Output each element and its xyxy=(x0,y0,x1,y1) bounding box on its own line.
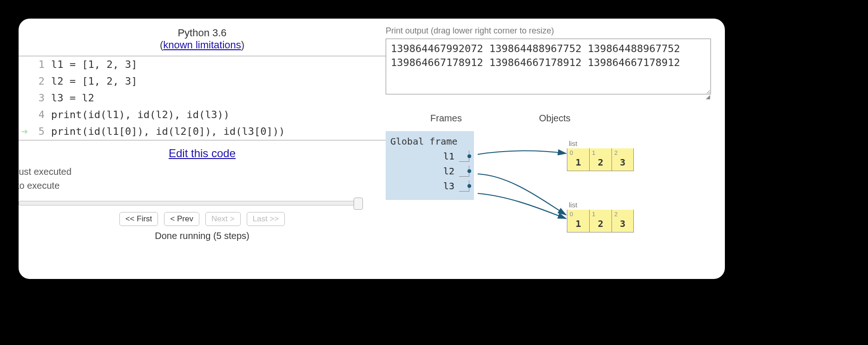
pointer-dot-icon xyxy=(467,184,471,188)
known-limitations-link[interactable]: known limitations xyxy=(163,39,241,51)
prev-button[interactable]: < Prev xyxy=(164,212,199,226)
step-slider[interactable] xyxy=(19,201,386,206)
slider-handle[interactable] xyxy=(354,198,363,210)
code-text: l3 = l2 xyxy=(51,90,94,106)
nav-buttons: << First < Prev Next > Last >> xyxy=(19,212,386,226)
first-button[interactable]: << First xyxy=(119,212,158,226)
status-text: Done running (5 steps) xyxy=(19,231,386,241)
variable-pointer-cell xyxy=(459,166,469,177)
objects-header: Objects xyxy=(506,113,711,124)
cell-value: 1 xyxy=(567,217,589,232)
legend-next-to-execute: to execute xyxy=(19,179,386,192)
cell-index: 0 xyxy=(567,210,589,217)
heap-list-object: list011223 xyxy=(567,201,634,232)
code-text: print(id(l1[0]), id(l2[0]), id(l3[0])) xyxy=(51,123,285,140)
line-number: 3 xyxy=(19,90,51,106)
frame-variable: l3 xyxy=(386,179,474,193)
list-cell: 01 xyxy=(567,148,589,171)
line-number: 2 xyxy=(19,73,51,90)
code-line: 4print(id(l1), id(l2), id(l3)) xyxy=(19,106,386,123)
list-cell: 12 xyxy=(589,210,612,232)
code-text: print(id(l1), id(l2), id(l3)) xyxy=(51,106,230,123)
code-text: l2 = [1, 2, 3] xyxy=(51,73,137,90)
list-cell: 12 xyxy=(589,148,612,171)
variable-pointer-cell xyxy=(459,180,469,192)
object-type-label: list xyxy=(567,201,634,209)
cell-index: 1 xyxy=(590,148,612,156)
line-number: 1 xyxy=(19,56,51,73)
code-line: 2l2 = [1, 2, 3] xyxy=(19,73,386,90)
output-label: Print output (drag lower right corner to… xyxy=(386,26,711,36)
cell-value: 3 xyxy=(612,217,633,232)
variable-name: l1 xyxy=(443,151,454,162)
cell-value: 2 xyxy=(590,156,612,171)
pointer-dot-icon xyxy=(467,169,471,173)
cell-index: 1 xyxy=(590,210,612,217)
list-cell: 23 xyxy=(612,148,634,171)
cell-index: 2 xyxy=(612,210,633,217)
tutor-panel: Python 3.6 (known limitations) 1l1 = [1,… xyxy=(19,19,725,279)
heap-list-object: list011223 xyxy=(567,139,634,171)
cell-value: 2 xyxy=(590,217,612,232)
list-cell: 23 xyxy=(612,210,634,232)
list-cell: 01 xyxy=(567,210,589,232)
line-number: 5➔ xyxy=(19,123,51,140)
variable-name: l2 xyxy=(443,166,454,177)
print-output[interactable]: 139864467992072 139864488967752 13986448… xyxy=(386,39,711,94)
current-line-arrow-icon: ➔ xyxy=(21,125,28,138)
cell-index: 0 xyxy=(567,148,589,156)
code-listing: 1l1 = [1, 2, 3]2l2 = [1, 2, 3]3l3 = l24p… xyxy=(19,56,386,140)
frame-title: Global frame xyxy=(386,134,474,149)
object-type-label: list xyxy=(567,139,634,147)
cell-index: 2 xyxy=(612,148,633,156)
global-frame: Global frame l1l2l3 xyxy=(386,131,474,200)
variable-name: l3 xyxy=(443,180,454,192)
cell-value: 1 xyxy=(567,156,589,171)
code-line: 5➔print(id(l1[0]), id(l2[0]), id(l3[0])) xyxy=(19,123,386,140)
legend-just-executed: just executed xyxy=(19,165,386,179)
python-version: Python 3.6 xyxy=(19,27,386,39)
edit-code-link[interactable]: Edit this code xyxy=(169,147,236,159)
frames-header: Frames xyxy=(386,113,506,124)
pointer-dot-icon xyxy=(467,154,471,158)
variable-pointer-cell xyxy=(459,151,469,162)
frame-variable: l2 xyxy=(386,164,474,179)
objects-area: list011223list011223 xyxy=(520,131,711,200)
code-line: 3l3 = l2 xyxy=(19,90,386,106)
code-line: 1l1 = [1, 2, 3] xyxy=(19,56,386,73)
last-button: Last >> xyxy=(247,212,285,226)
code-column: Python 3.6 (known limitations) 1l1 = [1,… xyxy=(19,19,386,279)
line-number: 4 xyxy=(19,106,51,123)
cell-value: 3 xyxy=(612,156,633,171)
visualization-area: Global frame l1l2l3 list xyxy=(386,131,711,200)
frame-variable: l1 xyxy=(386,149,474,164)
paren-close: ) xyxy=(241,39,244,51)
code-text: l1 = [1, 2, 3] xyxy=(51,56,137,73)
output-column: Print output (drag lower right corner to… xyxy=(386,19,725,279)
resize-grip-icon[interactable]: ◢ xyxy=(386,93,711,100)
code-header: Python 3.6 (known limitations) xyxy=(19,27,386,51)
next-button: Next > xyxy=(205,212,241,226)
